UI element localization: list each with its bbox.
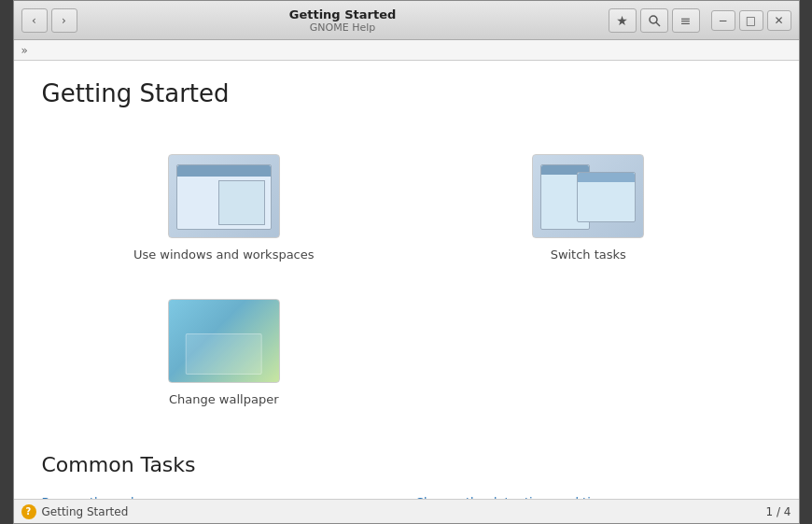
breadcrumb-text: » — [21, 44, 28, 57]
tasks-col2: Change the date, time and timezone Conne… — [415, 491, 771, 499]
toolbar-right: ★ ≡ − □ ✕ — [609, 8, 791, 33]
card-empty — [406, 280, 771, 425]
task-browse-web[interactable]: Browse the web — [42, 491, 398, 499]
close-button[interactable]: ✕ — [767, 10, 791, 31]
card-image-windows — [168, 154, 280, 238]
statusbar: ? Getting Started 1 / 4 — [14, 499, 799, 523]
tasks-col1: Browse the web Change the wallpaper Use … — [42, 491, 398, 499]
status-label: Getting Started — [42, 505, 129, 518]
cards-grid: Use windows and workspaces Switch tasks — [42, 135, 771, 425]
card-image-switch — [532, 154, 644, 238]
svg-line-1 — [656, 22, 660, 26]
window-controls: − □ ✕ — [711, 10, 791, 31]
menu-button[interactable]: ≡ — [672, 8, 700, 33]
maximize-button[interactable]: □ — [739, 10, 763, 31]
card-switch-tasks-label: Switch tasks — [551, 248, 626, 262]
titlebar: ‹ › Getting Started GNOME Help ★ ≡ − □ ✕ — [14, 1, 799, 40]
main-window: ‹ › Getting Started GNOME Help ★ ≡ − □ ✕ — [13, 0, 800, 524]
window-title: Getting Started — [77, 7, 609, 21]
back-button[interactable]: ‹ — [21, 8, 48, 33]
titlebar-center: Getting Started GNOME Help — [77, 7, 609, 34]
nav-controls: ‹ › — [21, 8, 77, 33]
statusbar-left: ? Getting Started — [21, 504, 129, 519]
content-area: Getting Started Use windows and workspac… — [14, 61, 799, 499]
card-windows-label: Use windows and workspaces — [133, 248, 315, 262]
card-wallpaper[interactable]: Change wallpaper — [42, 280, 407, 425]
breadcrumb: » — [14, 40, 799, 61]
card-switch-tasks[interactable]: Switch tasks — [406, 135, 771, 280]
bookmark-button[interactable]: ★ — [609, 8, 637, 33]
card-wallpaper-label: Change wallpaper — [169, 392, 279, 406]
search-button[interactable] — [640, 8, 668, 33]
page-title: Getting Started — [42, 79, 771, 107]
status-icon: ? — [21, 504, 36, 519]
card-image-wallpaper — [168, 299, 280, 383]
window-subtitle: GNOME Help — [77, 21, 609, 34]
forward-button[interactable]: › — [51, 8, 77, 33]
tasks-grid: Browse the web Change the wallpaper Use … — [42, 491, 771, 499]
status-pages: 1 / 4 — [766, 505, 791, 518]
task-date-time[interactable]: Change the date, time and timezone — [415, 491, 771, 499]
minimize-button[interactable]: − — [711, 10, 735, 31]
common-tasks-title: Common Tasks — [42, 453, 771, 476]
svg-point-0 — [650, 16, 657, 23]
card-windows[interactable]: Use windows and workspaces — [42, 135, 407, 280]
search-icon — [648, 14, 661, 27]
